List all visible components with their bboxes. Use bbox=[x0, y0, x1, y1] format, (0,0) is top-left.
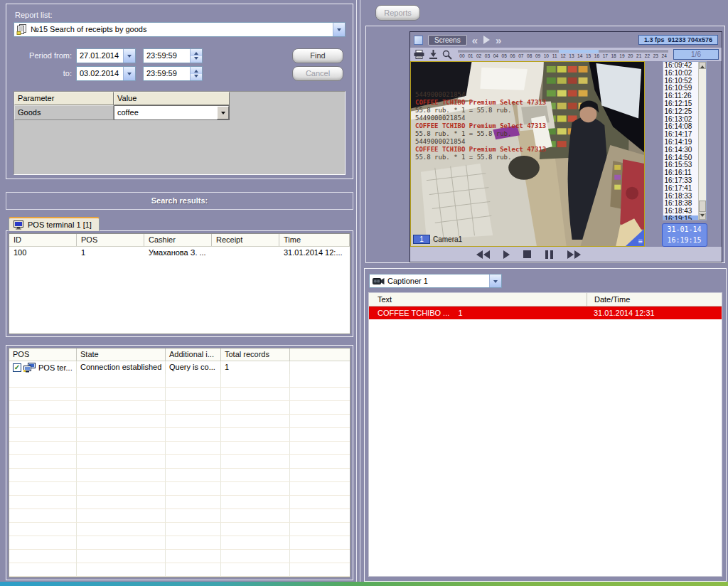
col-datetime[interactable]: Date/Time bbox=[587, 293, 722, 306]
time-from-value: 23:59:59 bbox=[144, 49, 190, 63]
fast-forward-button[interactable] bbox=[567, 250, 581, 259]
status-row[interactable]: ✓ POS ter... Connection established Quer… bbox=[9, 361, 350, 374]
col-state[interactable]: State bbox=[77, 348, 166, 361]
caption-row-selected[interactable]: COFFEE TCHIBO ... 1 31.01.2014 12:31 bbox=[369, 307, 722, 319]
overlay-line: 5449000021854 bbox=[415, 138, 546, 146]
current-datetime-badge: 31-01-14 16:19:15 bbox=[662, 223, 707, 247]
col-cashier[interactable]: Cashier bbox=[144, 234, 212, 246]
report-list-dropdown-arrow-icon[interactable] bbox=[333, 23, 345, 36]
network-pos-icon bbox=[23, 363, 36, 373]
timeline-tick: 17 bbox=[601, 53, 609, 58]
col-additional[interactable]: Additional i... bbox=[166, 348, 221, 361]
reports-button[interactable]: Reports bbox=[375, 5, 420, 21]
desktop-wallpaper-strip bbox=[0, 582, 728, 586]
timestamp-item[interactable]: 16:10:02 bbox=[663, 70, 698, 78]
cell-pos: 1 bbox=[77, 247, 144, 260]
param-value-combobox[interactable]: coffee bbox=[114, 105, 230, 120]
zoom-icon[interactable] bbox=[441, 50, 453, 60]
tab-pos-terminal[interactable]: POS terminal 1 [1] bbox=[9, 217, 100, 231]
captioner-selector-value: Captioner 1 bbox=[385, 275, 489, 287]
stop-button[interactable] bbox=[523, 250, 531, 258]
player-header: Screens « » 1.3 fps 91233 704x576 bbox=[410, 32, 722, 48]
timeline-tick: 00 bbox=[458, 53, 466, 58]
timeline-tick: 03 bbox=[483, 53, 492, 58]
rewind-button[interactable] bbox=[476, 250, 490, 259]
timeline-tick: 01 bbox=[466, 53, 475, 58]
check-icon[interactable]: ✓ bbox=[13, 363, 21, 372]
time-to-up-icon[interactable] bbox=[191, 67, 202, 74]
prev-icon[interactable]: « bbox=[472, 34, 478, 46]
col-id[interactable]: ID bbox=[9, 234, 77, 246]
current-date: 31-01-14 bbox=[663, 224, 707, 235]
param-value-dropdown-arrow-icon[interactable] bbox=[217, 106, 229, 119]
date-from-dropdown-arrow-icon[interactable] bbox=[123, 49, 135, 63]
camera-name-label: Camera1 bbox=[433, 235, 462, 243]
play-icon[interactable] bbox=[483, 36, 490, 44]
printer-icon[interactable] bbox=[413, 50, 424, 60]
search-form-panel: Report list: №15 Search of receipts by g… bbox=[6, 4, 353, 179]
receipt-overlay: 5449000021854COFFEE TCHIBO Premium Selec… bbox=[415, 68, 546, 161]
pos-terminal-icon bbox=[14, 220, 24, 230]
pause-button[interactable] bbox=[545, 250, 554, 259]
date-to-picker[interactable]: 03.02.2014 bbox=[76, 66, 136, 81]
time-to-down-icon[interactable] bbox=[191, 74, 202, 81]
overlay-line: COFFEE TCHIBO Premium Select 47313 bbox=[415, 146, 546, 154]
cell-receipt bbox=[212, 247, 279, 260]
scroll-up-icon[interactable] bbox=[699, 62, 706, 69]
status-state: Connection established bbox=[77, 361, 166, 374]
scroll-down-icon[interactable] bbox=[699, 213, 706, 220]
next-icon[interactable]: » bbox=[496, 34, 501, 46]
status-total: 1 bbox=[221, 361, 290, 374]
cancel-button[interactable]: Cancel bbox=[292, 66, 343, 81]
time-from-up-icon[interactable] bbox=[191, 49, 202, 56]
results-row[interactable]: 100 1 Умаханова З. ... 31.01.2014 12:... bbox=[9, 247, 350, 260]
col-text[interactable]: Text bbox=[369, 293, 587, 306]
time-to-spinner[interactable]: 23:59:59 bbox=[143, 66, 203, 81]
time-from-spinner[interactable]: 23:59:59 bbox=[143, 48, 203, 63]
timestamp-scrollbar[interactable] bbox=[698, 62, 706, 220]
export-icon[interactable] bbox=[427, 50, 439, 60]
timestamp-item[interactable]: 16:12:25 bbox=[663, 108, 698, 116]
report-list-label: Report list: bbox=[15, 11, 53, 19]
date-from-picker[interactable]: 27.01.2014 bbox=[76, 48, 136, 63]
timestamp-item[interactable]: 16:17:41 bbox=[663, 185, 698, 193]
col-receipt[interactable]: Receipt bbox=[212, 234, 279, 246]
captioner-icon bbox=[373, 277, 385, 287]
menu-icon[interactable]: ≡ bbox=[638, 236, 643, 246]
timestamp-item[interactable]: 16:19:15 bbox=[663, 215, 698, 221]
status-table-header: POS State Additional i... Total records bbox=[9, 348, 350, 361]
captions-table: Text Date/Time COFFEE TCHIBO ... 1 31.01… bbox=[368, 292, 722, 577]
splitter-line[interactable] bbox=[360, 0, 360, 582]
col-time[interactable]: Time bbox=[279, 234, 350, 246]
player-toolbar: 0001020304050607080910111213141516171819… bbox=[410, 48, 722, 61]
screens-button[interactable]: Screens bbox=[428, 35, 467, 46]
timeline-tick: 02 bbox=[475, 53, 483, 58]
find-button[interactable]: Find bbox=[292, 48, 343, 63]
time-from-down-icon[interactable] bbox=[191, 56, 202, 63]
captioner-dropdown-arrow-icon[interactable] bbox=[489, 275, 501, 287]
param-row: Goods coffee bbox=[14, 105, 345, 120]
timeline[interactable]: 0001020304050607080910111213141516171819… bbox=[458, 48, 668, 61]
status-empty-row bbox=[9, 415, 350, 428]
captioner-selector[interactable]: Captioner 1 bbox=[369, 274, 502, 288]
time-to-value: 23:59:59 bbox=[144, 67, 190, 80]
timeline-tick: 23 bbox=[651, 53, 660, 58]
scrollbar-thumb[interactable] bbox=[699, 201, 706, 212]
results-panel: ID POS Cashier Receipt Time 100 1 Умахан… bbox=[6, 230, 353, 337]
col-pos[interactable]: POS bbox=[9, 348, 77, 361]
status-empty-row bbox=[9, 374, 350, 388]
timestamp-item[interactable]: 16:14:30 bbox=[663, 146, 698, 154]
col-pos[interactable]: POS bbox=[77, 234, 144, 246]
timestamp-list: 16:09:4216:10:0216:10:5216:10:5916:11:26… bbox=[663, 61, 707, 220]
overlay-line: 55.8 rub. * 1 = 55.8 rub. bbox=[415, 154, 546, 161]
captions-empty-area bbox=[369, 319, 722, 576]
report-list-combobox[interactable]: №15 Search of receipts by goods bbox=[14, 22, 346, 37]
date-to-dropdown-arrow-icon[interactable] bbox=[123, 67, 135, 80]
col-total-records[interactable]: Total records bbox=[221, 348, 290, 361]
play-button[interactable] bbox=[503, 250, 510, 259]
timeline-tick: 08 bbox=[525, 53, 534, 58]
video-player: Screens « » 1.3 fps 91233 704x576 000102… bbox=[410, 31, 722, 262]
overlay-line: COFFEE TCHIBO Premium Select 47313 bbox=[415, 99, 546, 107]
splitter-line[interactable] bbox=[356, 0, 357, 582]
screens-checkbox-icon[interactable] bbox=[414, 36, 423, 45]
